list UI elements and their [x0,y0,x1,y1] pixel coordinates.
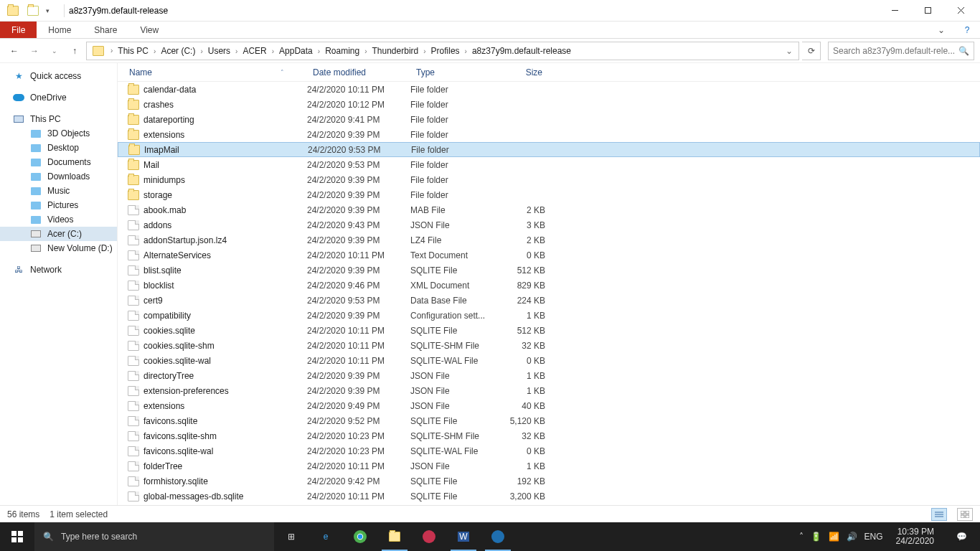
breadcrumb-segment[interactable]: ACER [240,44,269,57]
file-row[interactable]: ImapMail24/2/2020 9:53 PMFile folder [118,142,980,157]
clock[interactable]: 10:39 PM 24/2/2020 [890,527,940,546]
file-row[interactable]: abook.mab24/2/2020 9:39 PMMAB File2 KB [118,202,980,217]
breadcrumb-segment[interactable]: Acer (C:) [158,44,198,57]
taskbar-search[interactable]: 🔍 Type here to search [34,522,274,551]
minimize-button[interactable] [878,0,911,22]
col-name[interactable]: Name˄ [123,65,307,80]
file-rows[interactable]: calendar-data24/2/2020 10:11 PMFile fold… [118,82,980,505]
col-size[interactable]: Size [494,65,548,80]
address-dropdown-icon[interactable]: ⌄ [781,46,797,56]
breadcrumb-segment[interactable]: This PC [115,44,151,57]
file-row[interactable]: blist.sqlite24/2/2020 9:39 PMSQLITE File… [118,263,980,278]
file-row[interactable]: cookies.sqlite-shm24/2/2020 10:11 PMSQLI… [118,338,980,353]
nav-quick-access[interactable]: ★Quick access [0,69,117,83]
tab-file[interactable]: File [0,22,37,38]
nav-item[interactable]: Desktop [0,141,117,155]
taskbar-edge[interactable]: e [308,522,343,551]
file-row[interactable]: compatibility24/2/2020 9:39 PMConfigurat… [118,308,980,323]
breadcrumb-segment[interactable]: AppData [276,44,316,57]
file-row[interactable]: folderTree24/2/2020 10:11 PMJSON File1 K… [118,458,980,474]
chevron-right-icon[interactable]: › [463,47,469,55]
chevron-right-icon[interactable]: › [151,47,158,55]
search-box[interactable]: 🔍 [828,42,974,60]
nav-item[interactable]: Downloads [0,169,117,184]
details-view-button[interactable] [931,508,947,521]
file-row[interactable]: datareporting24/2/2020 9:41 PMFile folde… [118,112,980,127]
nav-item[interactable]: New Volume (D:) [0,241,117,255]
file-row[interactable]: storage24/2/2020 9:39 PMFile folder [118,187,980,202]
file-row[interactable]: formhistory.sqlite24/2/2020 9:42 PMSQLIT… [118,474,980,489]
taskbar-chrome[interactable] [343,522,377,551]
chevron-right-icon[interactable]: › [421,47,428,55]
address-bar[interactable]: › This PC›Acer (C:)›Users›ACER›AppData›R… [86,42,799,60]
chevron-right-icon[interactable]: › [270,47,276,55]
file-row[interactable]: favicons.sqlite-wal24/2/2020 10:23 PMSQL… [118,443,980,458]
nav-item[interactable]: Documents [0,155,117,169]
ribbon-expand-icon[interactable]: ⌄ [928,22,954,38]
recent-dropdown-icon[interactable]: ⌄ [46,42,63,60]
breadcrumb-segment[interactable]: a8z37y9m.default-release [469,44,574,57]
breadcrumb-segment[interactable]: Thunderbird [369,44,422,57]
file-row[interactable]: favicons.sqlite-shm24/2/2020 10:23 PMSQL… [118,428,980,443]
thumbnails-view-button[interactable] [957,508,973,521]
file-row[interactable]: extensions24/2/2020 9:39 PMFile folder [118,127,980,142]
nav-item[interactable]: Videos [0,212,117,227]
qat-icon[interactable] [27,6,39,16]
language-indicator[interactable]: ENG [864,532,883,542]
qat-dropdown-icon[interactable]: ▾ [43,6,52,16]
taskbar-explorer[interactable] [377,522,412,551]
chevron-right-icon[interactable]: › [233,47,240,55]
nav-item[interactable]: Music [0,184,117,198]
chevron-right-icon[interactable]: › [108,47,115,55]
file-row[interactable]: Mail24/2/2020 9:53 PMFile folder [118,157,980,172]
tab-share[interactable]: Share [83,22,128,38]
close-button[interactable] [944,0,977,22]
back-button[interactable]: ← [6,42,23,60]
nav-onedrive[interactable]: OneDrive [0,90,117,105]
up-button[interactable]: ↑ [66,42,83,60]
nav-item[interactable]: Pictures [0,198,117,212]
file-row[interactable]: addonStartup.json.lz424/2/2020 9:39 PMLZ… [118,232,980,248]
action-center-button[interactable]: 💬 [947,522,976,551]
breadcrumb-segment[interactable]: Users [205,44,233,57]
breadcrumb-segment[interactable]: Profiles [428,44,463,57]
col-date[interactable]: Date modified [307,65,410,80]
file-row[interactable]: extension-preferences24/2/2020 9:39 PMJS… [118,383,980,398]
tray-chevron-up-icon[interactable]: ˄ [799,532,804,542]
file-row[interactable]: favicons.sqlite24/2/2020 9:52 PMSQLITE F… [118,413,980,428]
tab-home[interactable]: Home [37,22,83,38]
file-row[interactable]: AlternateServices24/2/2020 10:11 PMText … [118,248,980,263]
col-type[interactable]: Type [410,65,494,80]
nav-item[interactable]: Acer (C:) [0,227,117,241]
file-row[interactable]: global-messages-db.sqlite24/2/2020 10:11… [118,489,980,504]
file-row[interactable]: calendar-data24/2/2020 10:11 PMFile fold… [118,82,980,97]
help-icon[interactable]: ? [954,22,980,38]
file-row[interactable]: cert924/2/2020 9:53 PMData Base File224 … [118,293,980,308]
battery-icon[interactable]: 🔋 [811,532,821,542]
refresh-button[interactable]: ⟳ [802,42,821,60]
navigation-pane[interactable]: ★Quick access OneDrive This PC 3D Object… [0,63,118,505]
file-row[interactable]: extensions24/2/2020 9:49 PMJSON File40 K… [118,398,980,413]
tab-view[interactable]: View [128,22,170,38]
breadcrumb-segment[interactable]: Roaming [322,44,362,57]
nav-network[interactable]: 🖧Network [0,263,117,277]
task-view-button[interactable]: ⊞ [274,522,308,551]
chevron-right-icon[interactable]: › [198,47,204,55]
taskbar-word[interactable]: W [446,522,481,551]
file-row[interactable]: cookies.sqlite24/2/2020 10:11 PMSQLITE F… [118,323,980,338]
start-button[interactable] [0,522,34,551]
nav-this-pc[interactable]: This PC [0,112,117,126]
chevron-right-icon[interactable]: › [362,47,369,55]
maximize-button[interactable] [911,0,944,22]
file-row[interactable]: minidumps24/2/2020 9:39 PMFile folder [118,172,980,187]
file-row[interactable]: cookies.sqlite-wal24/2/2020 10:11 PMSQLI… [118,353,980,368]
file-row[interactable]: crashes24/2/2020 10:12 PMFile folder [118,97,980,112]
nav-item[interactable]: 3D Objects [0,126,117,141]
file-row[interactable]: blocklist24/2/2020 9:46 PMXML Document82… [118,278,980,293]
search-input[interactable] [833,46,958,56]
file-row[interactable]: addons24/2/2020 9:43 PMJSON File3 KB [118,217,980,232]
taskbar-app-1[interactable] [412,522,446,551]
taskbar-thunderbird[interactable] [481,522,515,551]
chevron-right-icon[interactable]: › [316,47,322,55]
file-row[interactable]: directoryTree24/2/2020 9:39 PMJSON File1… [118,368,980,383]
